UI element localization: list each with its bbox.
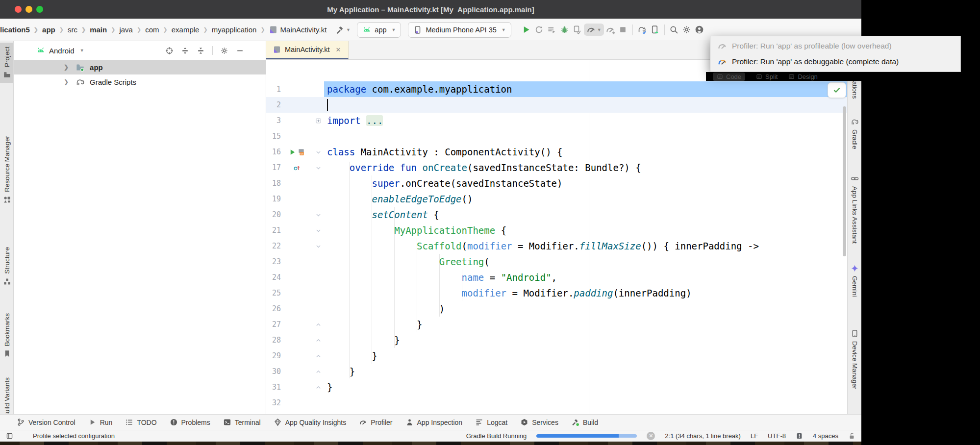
fold-column[interactable] — [312, 270, 324, 285]
fold-column[interactable] — [312, 128, 324, 144]
gutter-icons[interactable] — [281, 332, 312, 348]
tree-node-app[interactable]: ❯app — [14, 60, 266, 74]
code-text[interactable]: MyApplicationTheme { — [324, 222, 847, 238]
device-select[interactable]: Medium Phone API 35 ▼ — [408, 22, 511, 38]
project-view-selector[interactable]: Android — [49, 47, 75, 55]
caret-position[interactable]: 2:1 (34 chars, 1 line break) — [665, 432, 741, 440]
tool-window-button-build[interactable]: Build — [571, 418, 598, 426]
fold-column[interactable] — [312, 81, 324, 97]
tool-window-button-run[interactable]: Run — [88, 418, 113, 426]
popup-item-debuggable[interactable]: Profiler: Run 'app' as debuggable (compl… — [710, 54, 960, 70]
tool-window-button-structure[interactable]: Structure — [0, 243, 14, 290]
gutter-icons[interactable] — [281, 379, 312, 395]
fold-column[interactable] — [312, 301, 324, 317]
code-text[interactable]: modifier = Modifier.padding(innerPadding… — [324, 285, 847, 301]
fold-column[interactable] — [312, 97, 324, 113]
apply-changes-button[interactable] — [571, 24, 584, 36]
chevron-right-icon[interactable]: ❯ — [64, 78, 69, 85]
gutter-icons[interactable] — [281, 238, 312, 254]
fold-collapse-icon[interactable] — [315, 212, 322, 218]
run-with-coverage-button[interactable] — [546, 24, 558, 36]
code-text[interactable]: } — [324, 317, 847, 332]
hide-panel-icon[interactable] — [236, 47, 244, 55]
fold-collapse-icon[interactable] — [315, 321, 322, 328]
gutter-icons[interactable] — [281, 270, 312, 285]
tool-window-button-build-variants[interactable]: Build Variants — [0, 373, 14, 414]
gutter-icons[interactable] — [281, 285, 312, 301]
fold-collapse-icon[interactable] — [315, 369, 322, 375]
code-text[interactable]: override fun onCreate(savedInstanceState… — [324, 160, 847, 175]
breadcrumb-item[interactable]: ❯MainActivity.kt — [256, 25, 327, 34]
gutter-icons[interactable] — [281, 317, 312, 332]
fold-collapse-icon[interactable] — [315, 227, 322, 234]
fold-column[interactable] — [312, 348, 324, 364]
zoom-window-button[interactable] — [36, 6, 43, 13]
code-text[interactable]: setContent { — [324, 207, 847, 222]
tool-window-button-bookmarks[interactable]: Bookmarks — [0, 309, 14, 362]
run-configuration-select[interactable]: app ▼ — [357, 22, 401, 38]
attach-profiler-button[interactable] — [604, 24, 617, 36]
fold-column[interactable] — [312, 191, 324, 207]
tool-window-button-project[interactable]: Project — [0, 43, 14, 83]
fold-column[interactable] — [312, 238, 324, 254]
fold-column[interactable] — [312, 332, 324, 348]
code-text[interactable]: class MainActivity : ComponentActivity()… — [324, 144, 847, 160]
gutter-icons[interactable] — [281, 128, 312, 144]
code-text[interactable]: } — [324, 348, 847, 364]
fold-column[interactable] — [312, 364, 324, 379]
tool-window-button-logcat[interactable]: Logcat — [475, 418, 507, 426]
tree-node-gradle-scripts[interactable]: ❯Gradle Scripts — [14, 74, 266, 89]
code-text[interactable]: enableEdgeToEdge() — [324, 191, 847, 207]
code-text[interactable]: Greeting( — [324, 254, 847, 270]
gutter-icons[interactable]: <> — [281, 144, 312, 160]
close-tab-icon[interactable]: ✕ — [336, 46, 341, 53]
code-text[interactable]: } — [324, 379, 847, 395]
breadcrumb-item[interactable]: ❯com — [133, 25, 159, 34]
file-encoding[interactable]: UTF-8 — [768, 432, 786, 440]
fold-column[interactable] — [312, 222, 324, 238]
breadcrumb-item[interactable]: ❯src — [55, 25, 77, 34]
gutter-icons[interactable] — [281, 395, 312, 411]
tool-window-button-app-links-assistant[interactable]: App Links Assistant — [848, 171, 861, 247]
editor-mode-design[interactable]: Design — [788, 73, 817, 80]
tool-window-button-device-manager[interactable]: Device Manager — [848, 325, 861, 393]
editor-mode-code[interactable]: Code — [713, 73, 745, 81]
code-text[interactable]: } — [324, 364, 847, 379]
fold-collapse-icon[interactable] — [315, 353, 322, 359]
build-project-button[interactable]: ▼ — [336, 24, 349, 36]
gear-icon[interactable] — [220, 47, 228, 55]
gutter-icons[interactable] — [281, 222, 312, 238]
search-everywhere-button[interactable] — [668, 24, 680, 36]
code-text[interactable]: Scaffold(modifier = Modifier.fillMaxSize… — [324, 238, 847, 254]
debug-button[interactable] — [558, 24, 571, 36]
chevron-down-icon[interactable]: ▼ — [80, 48, 84, 53]
code-text[interactable] — [324, 395, 847, 411]
editor-scrollbar[interactable] — [843, 106, 846, 256]
restart-activity-button[interactable] — [533, 24, 546, 36]
fold-column[interactable] — [312, 207, 324, 222]
tool-window-button-services[interactable]: Services — [520, 418, 558, 426]
breadcrumb-item[interactable]: ❯myapplication — [199, 25, 256, 34]
tool-window-button-problems[interactable]: Problems — [170, 418, 210, 426]
gutter-icons[interactable] — [281, 175, 312, 191]
gutter-icons[interactable] — [281, 81, 312, 97]
gutter-icons[interactable] — [281, 348, 312, 364]
fold-column[interactable] — [312, 285, 324, 301]
fold-column[interactable] — [312, 254, 324, 270]
fold-collapse-icon[interactable] — [315, 165, 322, 171]
minimize-window-button[interactable] — [25, 6, 32, 13]
code-text[interactable]: ) — [324, 301, 847, 317]
breadcrumb-item[interactable]: lication5 — [0, 25, 30, 34]
gutter-icons[interactable] — [281, 191, 312, 207]
settings-button[interactable] — [680, 24, 693, 36]
code-text[interactable]: name = "Android", — [324, 270, 847, 285]
select-opened-file-icon[interactable] — [165, 47, 174, 55]
close-window-button[interactable] — [15, 6, 22, 13]
breadcrumb-item[interactable]: ❯example — [159, 25, 200, 34]
indent-setting[interactable]: 4 spaces — [813, 432, 838, 440]
gutter-icons[interactable] — [281, 160, 312, 175]
fold-collapse-icon[interactable] — [315, 384, 322, 391]
tool-window-button-resource-manager[interactable]: Resource Manager — [0, 132, 14, 208]
tool-window-button-gemini[interactable]: Gemini — [848, 260, 861, 301]
run-button[interactable] — [520, 24, 533, 36]
